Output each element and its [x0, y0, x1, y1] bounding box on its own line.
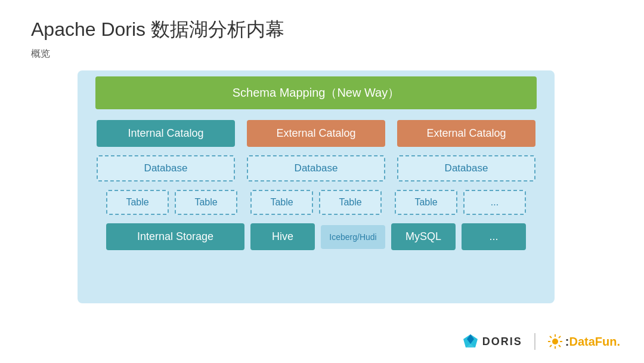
datafun-label: DataFun.	[569, 335, 620, 349]
svg-line-10	[559, 336, 561, 338]
svg-point-3	[552, 339, 558, 344]
table-3b-ellipsis: ...	[463, 190, 526, 215]
doris-diamond-icon	[462, 333, 479, 350]
database-3-block: Database	[397, 155, 535, 182]
doris-label: DORIS	[482, 336, 522, 348]
svg-line-9	[559, 345, 561, 347]
table-group-1: Table Table	[103, 190, 241, 215]
table-1b: Table	[175, 190, 237, 215]
external-catalog-2-block: External Catalog	[397, 120, 535, 147]
database-1-block: Database	[97, 155, 235, 182]
databases-row: Database Database Database	[83, 155, 549, 182]
database-2-block: Database	[247, 155, 385, 182]
internal-storage-block: Internal Storage	[106, 223, 244, 250]
logo-area: DORIS : DataFun.	[462, 333, 620, 350]
internal-catalog-block: Internal Catalog	[97, 120, 235, 147]
svg-line-8	[550, 336, 552, 338]
external-catalog-1-block: External Catalog	[247, 120, 385, 147]
page-title: Apache Doris 数据湖分析内幕	[31, 17, 284, 43]
doris-logo: DORIS	[462, 333, 522, 350]
table-2b: Table	[319, 190, 382, 215]
table-2a: Table	[250, 190, 313, 215]
mysql-block: MySQL	[391, 223, 456, 250]
table-3a: Table	[395, 190, 457, 215]
iceberg-block: Iceberg/Hudi	[321, 225, 385, 249]
table-1a: Table	[106, 190, 169, 215]
page-subtitle: 概览	[31, 48, 50, 60]
catalogs-row: Internal Catalog External Catalog Extern…	[83, 120, 549, 147]
logo-separator	[534, 333, 535, 350]
datafun-logo: : DataFun.	[547, 334, 620, 349]
diagram-container: Schema Mapping（New Way） Internal Catalog…	[78, 70, 555, 303]
table-group-2: Table Table	[247, 190, 385, 215]
datafun-sun-icon	[547, 334, 563, 349]
tables-row: Table Table Table Table Table ...	[83, 190, 549, 215]
storage-ellipsis-block: ...	[462, 223, 526, 250]
schema-mapping-bar: Schema Mapping（New Way）	[95, 76, 537, 109]
storage-row: Internal Storage Hive Iceberg/Hudi MySQL…	[83, 223, 549, 250]
table-group-3: Table ...	[391, 190, 530, 215]
hive-block: Hive	[250, 223, 315, 250]
datafun-data-text: :	[565, 335, 569, 349]
svg-line-11	[550, 345, 552, 347]
